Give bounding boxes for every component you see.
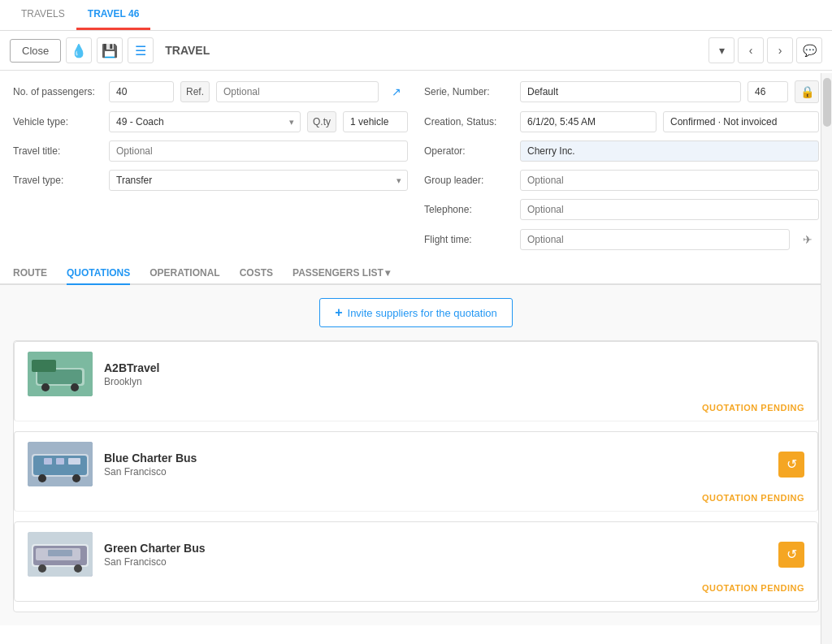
sync-icon-green-charter[interactable]: ↺ — [778, 542, 804, 568]
tab-route[interactable]: ROUTE — [13, 261, 47, 285]
tab-bar: TRAVELS TRAVEL 46 — [0, 0, 832, 31]
supplier-name-green-charter: Green Charter Bus — [104, 542, 770, 555]
tab-travels[interactable]: TRAVELS — [10, 0, 76, 30]
svg-rect-10 — [56, 458, 64, 465]
travel-title-row: Travel title: — [13, 140, 408, 162]
travel-type-row: Travel type: Transfer — [13, 170, 408, 191]
supplier-image-a2btravel — [28, 352, 93, 396]
svg-rect-13 — [68, 458, 80, 465]
supplier-card-blue-charter[interactable]: Blue Charter Bus San Francisco ↺ QUOTATI… — [14, 431, 818, 512]
flight-time-row: Flight time: ✈ — [424, 228, 819, 251]
tab-quotations[interactable]: QUOTATIONS — [67, 261, 130, 285]
qty-label: Q.ty — [307, 111, 336, 132]
save-icon[interactable]: 💾 — [97, 37, 123, 63]
sync-icon-blue-charter[interactable]: ↺ — [778, 452, 804, 478]
supplier-image-blue-charter — [28, 442, 93, 486]
tab-passengers-list[interactable]: PASSENGERS LIST ▾ — [292, 261, 390, 285]
supplier-location-blue-charter: San Francisco — [104, 466, 770, 478]
svg-rect-9 — [44, 458, 52, 465]
svg-point-12 — [72, 474, 80, 482]
passengers-row: No. of passengers: Ref. ↗ — [13, 80, 408, 103]
group-leader-input[interactable] — [520, 170, 819, 191]
vehicle-type-label: Vehicle type: — [13, 116, 102, 128]
tab-operational[interactable]: OPERATIONAL — [150, 261, 219, 285]
lock-icon: 🔒 — [795, 80, 819, 103]
main-content: No. of passengers: Ref. ↗ Vehicle type: … — [0, 71, 832, 642]
flight-icon[interactable]: ✈ — [796, 228, 819, 251]
quotation-status-blue-charter: QUOTATION PENDING — [702, 493, 804, 503]
form-area: No. of passengers: Ref. ↗ Vehicle type: … — [0, 71, 832, 261]
supplier-info-a2btravel: A2BTravel Brooklyn — [104, 361, 804, 387]
ref-label: Ref. — [180, 81, 210, 102]
operator-input[interactable] — [520, 140, 819, 162]
travel-title-label: Travel title: — [13, 145, 102, 157]
menu-icon[interactable]: ☰ — [128, 37, 154, 63]
supplier-card-a2btravel[interactable]: A2BTravel Brooklyn QUOTATION PENDING — [14, 341, 818, 421]
quotation-status-a2btravel: QUOTATION PENDING — [702, 403, 804, 413]
svg-point-11 — [38, 474, 46, 482]
scroll-thumb[interactable] — [823, 78, 831, 127]
svg-rect-20 — [48, 550, 72, 556]
number-input[interactable] — [748, 81, 788, 102]
svg-rect-5 — [32, 360, 56, 372]
external-link-icon[interactable]: ↗ — [385, 80, 408, 103]
svg-point-3 — [41, 383, 50, 391]
supplier-info-blue-charter: Blue Charter Bus San Francisco — [104, 452, 770, 478]
scrollbar[interactable] — [821, 73, 832, 644]
ref-input[interactable] — [216, 81, 379, 102]
quotations-content: + Invite suppliers for the quotation — [0, 285, 832, 625]
vehicle-type-row: Vehicle type: 49 - Coach Q.ty — [13, 111, 408, 132]
travel-type-select-wrapper: Transfer — [109, 170, 408, 191]
dropdown-button[interactable]: ▾ — [708, 37, 734, 63]
plus-icon: + — [335, 305, 342, 320]
creation-input[interactable] — [520, 111, 656, 132]
supplier-card-green-charter[interactable]: Green Charter Bus San Francisco ↺ QUOTAT… — [14, 521, 818, 602]
supplier-name-a2btravel: A2BTravel — [104, 361, 804, 374]
suppliers-list: A2BTravel Brooklyn QUOTATION PENDING — [13, 340, 819, 612]
telephone-label: Telephone: — [424, 204, 514, 215]
telephone-input[interactable] — [520, 199, 819, 220]
next-button[interactable]: › — [767, 37, 793, 63]
serie-number-row: Serie, Number: 🔒 — [424, 80, 819, 103]
travel-type-select[interactable]: Transfer — [109, 170, 408, 191]
invite-suppliers-button[interactable]: + Invite suppliers for the quotation — [319, 298, 513, 327]
creation-status-label: Creation, Status: — [424, 116, 514, 128]
passengers-input[interactable] — [109, 81, 174, 102]
operator-label: Operator: — [424, 145, 514, 157]
svg-point-19 — [74, 564, 82, 573]
serie-input[interactable] — [520, 81, 741, 102]
form-left: No. of passengers: Ref. ↗ Vehicle type: … — [13, 80, 408, 251]
vehicle-type-select-wrapper: 49 - Coach — [109, 111, 301, 132]
status-input[interactable] — [663, 111, 819, 132]
form-right: Serie, Number: 🔒 Creation, Status: Opera… — [424, 80, 819, 251]
svg-point-18 — [38, 564, 46, 573]
close-button[interactable]: Close — [10, 39, 61, 63]
serie-number-label: Serie, Number: — [424, 86, 514, 97]
flight-time-input[interactable] — [520, 229, 790, 250]
travel-type-label: Travel type: — [13, 175, 102, 186]
quotation-status-green-charter: QUOTATION PENDING — [702, 583, 804, 593]
operator-row: Operator: — [424, 140, 819, 162]
supplier-location-a2btravel: Brooklyn — [104, 376, 804, 387]
tab-costs[interactable]: COSTS — [240, 261, 273, 285]
chat-button[interactable]: 💬 — [796, 37, 822, 63]
tab-travel46[interactable]: TRAVEL 46 — [76, 0, 151, 30]
supplier-info-green-charter: Green Charter Bus San Francisco — [104, 542, 770, 568]
toolbar-right-actions: ▾ ‹ › 💬 — [708, 37, 822, 63]
qty-input[interactable] — [343, 111, 408, 132]
supplier-location-green-charter: San Francisco — [104, 556, 770, 568]
sub-tabs: ROUTE QUOTATIONS OPERATIONAL COSTS PASSE… — [0, 261, 832, 285]
svg-point-4 — [71, 383, 79, 391]
telephone-row: Telephone: — [424, 199, 819, 220]
vehicle-type-select[interactable]: 49 - Coach — [109, 111, 301, 132]
supplier-name-blue-charter: Blue Charter Bus — [104, 452, 770, 465]
toolbar: Close 💧 💾 ☰ TRAVEL ▾ ‹ › 💬 — [0, 31, 832, 71]
toolbar-title: TRAVEL — [158, 44, 704, 57]
travel-title-input[interactable] — [109, 140, 408, 162]
group-leader-row: Group leader: — [424, 170, 819, 191]
flight-time-label: Flight time: — [424, 234, 514, 245]
supplier-image-green-charter — [28, 532, 93, 577]
water-drop-icon[interactable]: 💧 — [66, 37, 92, 63]
creation-status-row: Creation, Status: — [424, 111, 819, 132]
prev-button[interactable]: ‹ — [738, 37, 764, 63]
